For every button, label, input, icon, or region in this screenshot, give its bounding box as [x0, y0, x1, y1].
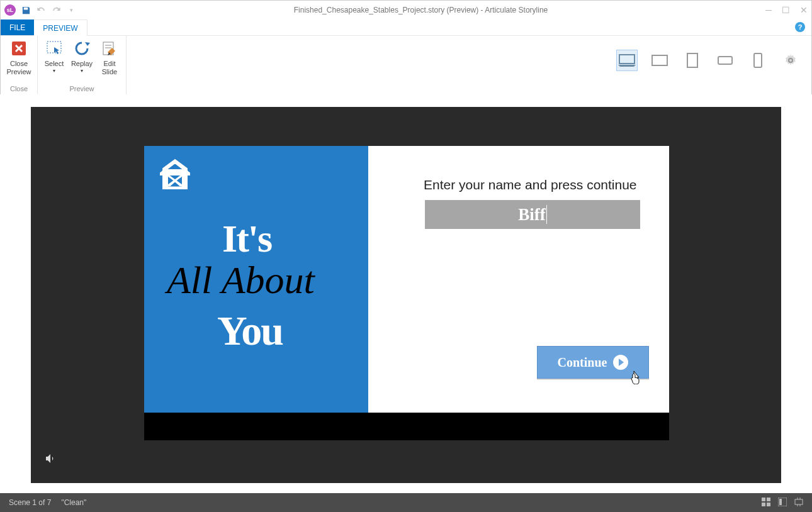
qat-dropdown-icon[interactable]: ▾	[66, 5, 76, 15]
device-phone-landscape-button[interactable]	[714, 50, 736, 71]
name-prompt-label: Enter your name and press continue	[424, 177, 637, 192]
slide: It's All About You Enter your name and p…	[144, 146, 669, 440]
status-scene: Scene 1 of 7	[9, 498, 51, 507]
settings-gear-button[interactable]	[780, 50, 801, 71]
barn-icon	[159, 159, 191, 192]
edit-slide-button[interactable]: Edit Slide	[97, 38, 122, 83]
volume-icon[interactable]	[45, 453, 56, 467]
svg-rect-14	[762, 498, 765, 501]
svg-rect-16	[762, 503, 765, 506]
help-icon[interactable]: ?	[795, 22, 805, 32]
tab-file[interactable]: FILE	[1, 19, 34, 35]
close-preview-icon	[9, 38, 29, 58]
fit-icon[interactable]	[794, 498, 803, 508]
heading-its: It's	[222, 216, 271, 261]
status-layer: "Clean"	[61, 498, 86, 507]
close-preview-button[interactable]: Close Preview	[4, 38, 33, 83]
svg-rect-8	[718, 57, 732, 64]
preview-stage: It's All About You Enter your name and p…	[31, 107, 781, 483]
device-tablet-portrait-button[interactable]	[682, 50, 703, 71]
select-icon	[44, 38, 64, 58]
maximize-icon[interactable]: ☐	[782, 5, 790, 15]
cursor-pointer-icon	[630, 370, 641, 387]
redo-icon[interactable]	[51, 5, 61, 15]
slide-left-panel: It's All About You	[144, 146, 368, 413]
save-icon[interactable]	[21, 5, 31, 15]
device-desktop-button[interactable]	[616, 50, 638, 71]
title-bar: sL ▾ Finished_Chesapeake_Stables_Project…	[1, 1, 811, 19]
ribbon: Close Preview Close Select ▾ Replay ▾	[1, 36, 811, 95]
edit-slide-icon	[99, 38, 120, 58]
device-toolbar	[616, 50, 801, 71]
storyview-icon[interactable]	[762, 498, 770, 508]
ribbon-group-preview: Preview	[69, 83, 94, 94]
svg-rect-9	[754, 53, 762, 67]
preview-canvas: It's All About You Enter your name and p…	[0, 94, 812, 493]
svg-rect-17	[767, 503, 770, 506]
ribbon-tabs: FILE PREVIEW ?	[1, 19, 811, 36]
svg-rect-19	[779, 499, 782, 505]
minimize-icon[interactable]: ─	[765, 5, 772, 15]
window-title: Finished_Chesapeake_Stables_Project.stor…	[76, 6, 765, 14]
svg-rect-20	[795, 499, 803, 504]
svg-rect-5	[619, 55, 634, 64]
slide-content: It's All About You Enter your name and p…	[144, 146, 669, 413]
select-button[interactable]: Select ▾	[42, 38, 67, 83]
svg-rect-15	[767, 498, 770, 501]
heading-you: You	[217, 307, 283, 355]
device-tablet-landscape-button[interactable]	[649, 50, 670, 71]
heading-all-about: All About	[167, 258, 315, 303]
status-bar: Scene 1 of 7 "Clean"	[0, 493, 812, 512]
replay-button[interactable]: Replay ▾	[69, 38, 94, 83]
undo-icon[interactable]	[36, 5, 46, 15]
close-window-icon[interactable]: ✕	[800, 5, 808, 15]
slideview-icon[interactable]	[778, 498, 787, 508]
play-circle-icon	[613, 355, 628, 370]
name-input[interactable]: Biff	[425, 200, 640, 229]
replay-icon	[72, 38, 92, 58]
svg-rect-6	[652, 55, 667, 65]
app-badge-icon: sL	[4, 4, 16, 16]
tab-preview[interactable]: PREVIEW	[34, 19, 87, 36]
device-phone-portrait-button[interactable]	[747, 50, 769, 71]
svg-rect-7	[687, 53, 697, 67]
ribbon-group-close: Close	[10, 83, 28, 94]
